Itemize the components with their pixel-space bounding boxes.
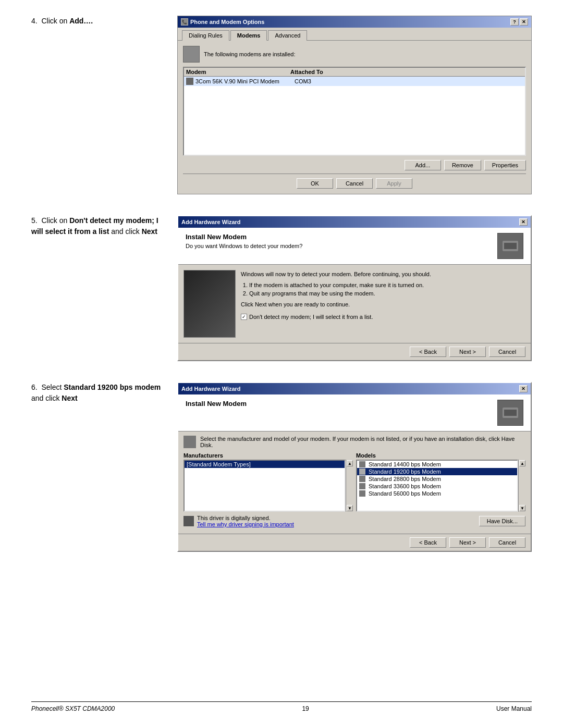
modem-list-header: Modem Attached To <box>184 68 525 77</box>
dont-detect-label: Don't detect my modem; I will select it … <box>249 313 373 322</box>
model-item-0[interactable]: Standard 14400 bps Modem <box>357 461 517 468</box>
model-item-3-text: Standard 33600 bps Modem <box>369 483 441 489</box>
dialog1-info-text: The following modems are installed: <box>204 51 295 57</box>
dialog3-back-button[interactable]: < Back <box>410 537 446 548</box>
step-4-number: 4. <box>31 17 38 25</box>
modem-list-area: Modem Attached To 3Com 56K V.90 Mini PCI… <box>183 67 526 156</box>
step-4-block: 4. Click on Add…. 📞 Phone and Modem Opti… <box>31 16 532 194</box>
models-scroll-down-btn[interactable]: ▼ <box>519 505 525 511</box>
signed-link[interactable]: Tell me why driver signing is important <box>197 521 294 527</box>
dialog1-action-buttons: Add... Remove Properties <box>183 160 526 170</box>
step-6-text-before: Select <box>41 383 64 391</box>
dialog3-cancel-button[interactable]: Cancel <box>489 537 525 548</box>
phone-icon <box>183 46 200 63</box>
dialog2-close-button[interactable]: ✕ <box>519 218 528 226</box>
signed-text: This driver is digitally signed. <box>197 515 294 521</box>
model-item-4[interactable]: Standard 56000 bps Modem <box>357 490 517 497</box>
manufacturers-list: [Standard Modem Types] <box>183 460 346 512</box>
model-item-1[interactable]: Standard 19200 bps Modem <box>357 468 517 475</box>
model-item-0-text: Standard 14400 bps Modem <box>369 461 441 467</box>
model-icon-3 <box>359 483 365 489</box>
properties-button[interactable]: Properties <box>484 160 526 170</box>
manufacturers-col: Manufacturers [Standard Modem Types] ▲ ▼ <box>183 452 353 512</box>
signed-row: This driver is digitally signed. Tell me… <box>183 515 525 527</box>
phone-modem-dialog: 📞 Phone and Modem Options ? ✕ Dialing Ru… <box>177 16 532 194</box>
modem-col-header-attached: Attached To <box>290 69 523 75</box>
dont-detect-checkbox[interactable]: ✓ <box>241 314 247 320</box>
svg-rect-1 <box>504 243 517 249</box>
tab-dialing-rules[interactable]: Dialing Rules <box>182 30 229 41</box>
model-item-2[interactable]: Standard 28800 bps Modem <box>357 475 517 483</box>
dialog1-info: The following modems are installed: <box>183 46 526 63</box>
have-disk-button[interactable]: Have Disk... <box>479 516 525 526</box>
step-4-text-before: Click on <box>41 17 69 25</box>
dialog1-help-button[interactable]: ? <box>510 18 519 26</box>
checkbox-row: ✓ Don't detect my modem; I will select i… <box>241 313 525 322</box>
dialog3-header-text: Install New Modem <box>186 400 497 410</box>
manufacturers-label: Manufacturers <box>183 452 353 459</box>
add-button[interactable]: Add... <box>405 160 441 170</box>
step-5-label: 5. Click on Don't detect my modem; I wil… <box>31 216 158 236</box>
small-phone-icon <box>183 436 196 448</box>
step-6-text-after: and click <box>31 394 62 402</box>
apply-button[interactable]: Apply <box>376 178 412 189</box>
dialog2-header-subtitle: Do you want Windows to detect your modem… <box>186 243 497 249</box>
step-5-text: 5. Click on Don't detect my modem; I wil… <box>31 215 162 237</box>
tab-modems[interactable]: Modems <box>230 30 267 41</box>
cancel-button[interactable]: Cancel <box>336 178 373 189</box>
signed-text-area: This driver is digitally signed. Tell me… <box>197 515 294 527</box>
cancel-button-wizard[interactable]: Cancel <box>489 347 525 357</box>
add-hardware-wizard-dialog: Add Hardware Wizard ✕ Install New Modem … <box>177 215 532 361</box>
manufacturer-item-0[interactable]: [Standard Modem Types] <box>185 461 345 468</box>
scroll-up-btn[interactable]: ▲ <box>347 460 353 466</box>
dialog3-close-button[interactable]: ✕ <box>519 385 528 392</box>
model-icon-0 <box>359 461 365 467</box>
ok-button[interactable]: OK <box>297 178 333 189</box>
step-6-bold: Standard 19200 bps modem <box>64 383 161 391</box>
dialog3-select-info: Select the manufacturer and model of you… <box>183 436 525 448</box>
models-list: Standard 14400 bps Modem Standard 19200 … <box>356 460 518 512</box>
manufacturer-item-0-text: [Standard Modem Types] <box>187 461 251 467</box>
dialog2-list-item-1: If the modem is attached to your compute… <box>249 281 525 290</box>
footer-left: Phonecell® SX5T CDMA2000 <box>31 705 115 712</box>
dialog1-tabs: Dialing Rules Modems Advanced <box>178 28 531 41</box>
models-content-wrapper: Standard 14400 bps Modem Standard 19200 … <box>356 460 525 512</box>
dialog2-nav-row: < Back Next > Cancel <box>178 343 531 360</box>
step-6-label: 6. Select Standard 19200 bps modem and c… <box>31 383 161 402</box>
dialog3-select-info-text: Select the manufacturer and model of you… <box>200 436 525 448</box>
dialog1-ok-cancel-row: OK Cancel Apply <box>183 174 526 189</box>
dialog3-header-title: Install New Modem <box>186 400 497 408</box>
dialog3-wizard-icon <box>497 400 523 426</box>
remove-button[interactable]: Remove <box>444 160 481 170</box>
dialog3-header: Install New Modem <box>178 394 531 431</box>
tab-advanced[interactable]: Advanced <box>268 30 307 41</box>
next-button[interactable]: Next > <box>449 347 486 357</box>
dialog1-close-button[interactable]: ✕ <box>520 18 528 26</box>
models-scrollbar[interactable]: ▲ ▼ <box>518 460 525 512</box>
step-5-block: 5. Click on Don't detect my modem; I wil… <box>31 215 532 361</box>
dialog1-title-left: 📞 Phone and Modem Options <box>181 18 264 26</box>
modem-row-name: 3Com 56K V.90 Mini PCI Modem <box>195 78 295 84</box>
scroll-down-btn[interactable]: ▼ <box>347 505 353 511</box>
page-footer: Phonecell® SX5T CDMA2000 19 User Manual <box>31 701 532 712</box>
wizard-modem-icon <box>497 233 523 259</box>
dialog3-select-area: Select the manufacturer and model of you… <box>178 431 531 534</box>
models-scroll-up-btn[interactable]: ▲ <box>519 460 525 466</box>
modem-col-header-modem: Modem <box>186 69 290 75</box>
signed-icon <box>183 516 194 526</box>
step-6-block: 6. Select Standard 19200 bps modem and c… <box>31 382 532 552</box>
model-icon-1 <box>359 468 365 475</box>
manufacturers-scrollbar[interactable]: ▲ ▼ <box>346 460 353 512</box>
dialog3-nav-row: < Back Next > Cancel <box>178 534 531 551</box>
model-item-3[interactable]: Standard 33600 bps Modem <box>357 483 517 490</box>
step-6-bold2: Next <box>62 394 77 402</box>
dialog2-titlebar-buttons: ✕ <box>519 218 528 226</box>
step-4-label: 4. Click on Add…. <box>31 17 93 25</box>
dialog2-title-left: Add Hardware Wizard <box>181 219 241 225</box>
step-5-text-after: and click <box>111 227 141 236</box>
models-label: Models <box>356 452 525 459</box>
dialog2-list-item-2: Quit any programs that may be using the … <box>249 289 525 298</box>
modem-list-row[interactable]: 3Com 56K V.90 Mini PCI Modem COM3 <box>184 77 525 86</box>
dialog3-next-button[interactable]: Next > <box>449 537 486 548</box>
back-button[interactable]: < Back <box>410 347 446 357</box>
